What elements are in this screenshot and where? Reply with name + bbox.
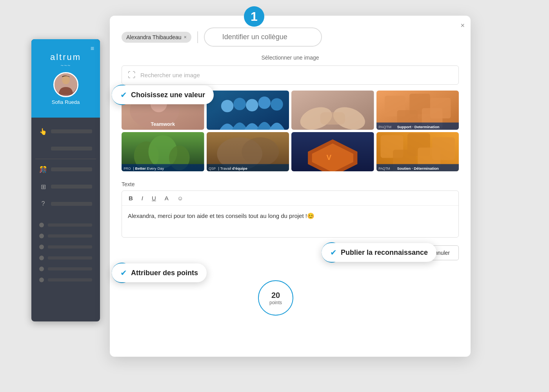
feed-dot [39, 256, 44, 260]
step3-callout-text: Attribuer des points [131, 269, 198, 277]
nav-label-3 [51, 167, 92, 171]
feed-line [48, 245, 92, 249]
sidebar-logo: altrum ~~~ [50, 52, 81, 68]
italic-button[interactable]: I [140, 194, 145, 202]
svg-text:PAQTM: PAQTM [378, 167, 390, 171]
logo-text: altrum [50, 52, 81, 62]
step3-callout: ✔ Attribuer des points [112, 263, 207, 282]
avatar-image [55, 73, 77, 96]
header-divider [197, 31, 198, 43]
feed-dot [39, 223, 44, 227]
svg-point-7 [221, 100, 233, 113]
feed-item-5 [35, 263, 96, 274]
step4-checkmark-icon: ✔ [330, 248, 337, 257]
svg-text:Support · Determination: Support · Determination [397, 125, 439, 129]
svg-point-10 [258, 96, 271, 109]
sidebar: ≡ altrum ~~~ Sofia Rueda 👆 [31, 39, 100, 321]
help-icon: ? [39, 200, 47, 208]
sidebar-item-2[interactable] [35, 141, 96, 156]
bold-button[interactable]: B [127, 194, 135, 202]
nav-divider [35, 159, 96, 159]
svg-point-11 [271, 98, 283, 111]
sidebar-item-3[interactable]: 🎊 [35, 162, 96, 177]
svg-point-8 [233, 98, 246, 110]
modal-header: Alexandra Thibaudeau × ✔ [122, 27, 459, 47]
image-cell-7[interactable]: V [291, 132, 374, 171]
colleague-search-wrapper: ✔ [204, 27, 459, 47]
tag-name: Alexandra Thibaudeau [126, 34, 182, 40]
feed-item-2 [35, 230, 96, 241]
image-search-bar[interactable]: ⛶ Rechercher une image [122, 65, 459, 85]
image-cell-5[interactable]: PRO | Better Every Day [122, 132, 204, 171]
image-search-placeholder: Rechercher une image [140, 72, 200, 78]
feed-item-1 [35, 220, 96, 230]
svg-text:PRO: PRO [124, 167, 131, 171]
sidebar-item-5[interactable]: ? [35, 196, 96, 212]
svg-text:V: V [326, 153, 331, 162]
step4-callout: ✔ Publier la reconnaissance [322, 243, 436, 262]
feed-item-3 [35, 241, 96, 252]
avatar [53, 72, 78, 97]
step4-callout-text: Publier la reconnaissance [341, 249, 428, 257]
main-modal: × Alexandra Thibaudeau × ✔ Sélectionner … [110, 16, 471, 357]
nav-label-1 [51, 129, 92, 133]
step2-checkmark-icon: ✔ [120, 90, 127, 100]
menu-icon[interactable]: ≡ [91, 45, 94, 52]
text-toolbar: B I U A ☺ [122, 191, 458, 206]
font-button[interactable]: A [163, 194, 171, 202]
confetti-icon: 🎊 [39, 165, 47, 173]
sidebar-nav: 👆 🎊 ⊞ ? [31, 118, 100, 291]
image-cell-3[interactable] [291, 91, 374, 130]
sidebar-header: ≡ altrum ~~~ Sofia Rueda [31, 39, 100, 118]
user-name: Sofia Rueda [52, 99, 80, 105]
step1-badge: 1 [244, 6, 264, 27]
image-cell-4[interactable]: PAQTM Support · Determination [376, 91, 459, 130]
feed-line [48, 267, 92, 270]
points-bubble: 20 points [258, 280, 293, 316]
avatar-container: Sofia Rueda [52, 72, 80, 105]
feed-dot [39, 245, 44, 249]
svg-text:| Travail d'équipe: | Travail d'équipe [218, 166, 247, 171]
feed-dot [39, 234, 44, 238]
nav-label-2 [51, 147, 92, 151]
underline-button[interactable]: U [150, 194, 158, 202]
svg-text:PAQTM: PAQTM [378, 125, 391, 129]
feed-line [48, 223, 92, 227]
points-value: 20 [271, 291, 280, 300]
tag-remove-btn[interactable]: × [184, 34, 187, 40]
svg-text:QSP: QSP [209, 167, 216, 171]
feed-line [48, 234, 92, 238]
svg-text:Soutien · Détermination: Soutien · Détermination [397, 166, 438, 171]
sidebar-item-4[interactable]: ⊞ [35, 179, 96, 194]
feed-item-6 [35, 274, 96, 285]
image-section: Sélectionner une image ⛶ Rechercher une … [122, 54, 459, 171]
image-cell-2[interactable] [207, 91, 289, 130]
image-cell-8[interactable]: PAQTM Soutien · Détermination [376, 132, 459, 171]
step2-callout-text: Choisissez une valeur [131, 91, 205, 99]
step3-checkmark-icon: ✔ [120, 268, 127, 278]
nav-label-5 [51, 202, 92, 206]
svg-point-9 [245, 99, 258, 112]
hand-icon: 👆 [39, 127, 47, 135]
colleague-tag[interactable]: Alexandra Thibaudeau × [122, 32, 191, 43]
feed-dot [39, 278, 44, 282]
image-section-label: Sélectionner une image [122, 54, 459, 61]
sidebar-item-1[interactable]: 👆 [35, 123, 96, 139]
text-content[interactable]: Alexandra, merci pour ton aide et tes co… [122, 206, 458, 237]
spacer-icon [39, 145, 47, 152]
text-section: Texte B I U A ☺ Alexandra, merci pour to… [122, 181, 459, 238]
svg-rect-15 [320, 112, 345, 125]
feed-line [48, 256, 92, 260]
text-section-label: Texte [122, 181, 459, 187]
points-label: points [269, 300, 282, 305]
feed-line [48, 278, 92, 281]
emoji-button[interactable]: ☺ [175, 194, 185, 202]
colleague-search-input[interactable] [204, 27, 322, 47]
nav-label-4 [51, 185, 92, 189]
grid-icon: ⊞ [39, 183, 47, 191]
svg-point-1 [62, 76, 70, 84]
image-cell-6[interactable]: QSP | Travail d'équipe [207, 132, 289, 171]
close-button[interactable]: × [460, 22, 465, 30]
image-search-icon: ⛶ [128, 71, 136, 80]
svg-text:| Better Every Day: | Better Every Day [133, 166, 164, 171]
